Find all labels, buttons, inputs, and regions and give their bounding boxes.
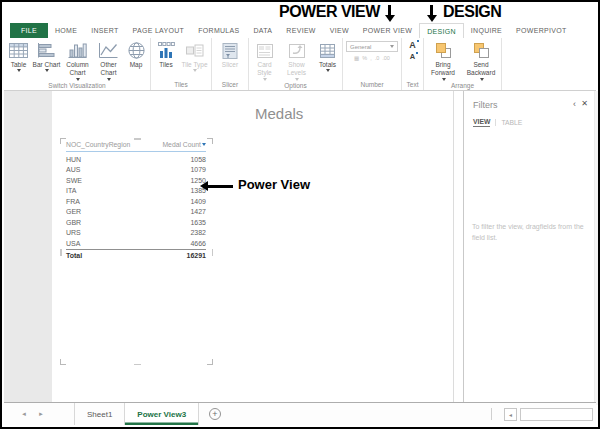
selection-handle[interactable]	[60, 359, 66, 365]
tile-type-icon	[186, 41, 204, 60]
sheet-tab-bar: ◄ ► Sheet1 Power View3 + ◄	[4, 402, 596, 425]
totals-button[interactable]: Totals	[314, 40, 342, 73]
filters-panel: Filters ‹ ✕ VIEW TABLE To filter the vie…	[463, 91, 598, 405]
show-levels-button: Show Levels	[280, 40, 314, 82]
country-cell: HUN	[66, 156, 81, 163]
country-cell: GER	[66, 208, 81, 215]
selection-handle[interactable]	[134, 138, 141, 140]
bar-chart-button[interactable]: Bar Chart	[32, 40, 61, 73]
button-label: Tile Type	[181, 61, 207, 69]
table-row: HUN1058	[66, 154, 206, 165]
button-label: Tiles	[159, 61, 172, 69]
filters-scrollbar[interactable]	[594, 91, 598, 405]
dropdown-caret-icon	[390, 45, 394, 48]
count-cell: 1427	[190, 208, 206, 215]
filters-tab-table[interactable]: TABLE	[501, 119, 522, 126]
line-chart-icon	[99, 41, 118, 60]
button-label: Card Style	[250, 61, 280, 78]
table-row: ITA1385	[66, 186, 206, 197]
other-chart-button[interactable]: Other Chart	[94, 40, 123, 82]
table-visualization[interactable]: NOC_CountryRegion Medal Count HUN1058 AU…	[60, 138, 213, 365]
slicer-button: Slicer	[216, 40, 244, 70]
selection-handle[interactable]	[60, 249, 62, 256]
table-row: GBR1635	[66, 217, 206, 228]
dropdown-caret-icon	[17, 69, 21, 72]
increase-font-icon[interactable]: A	[409, 41, 416, 50]
screenshot-frame: POWER VIEW DESIGN FILE HOME INSERT PAGE …	[0, 0, 600, 429]
tab-divider	[495, 119, 496, 126]
tab-formulas[interactable]: FORMULAS	[191, 23, 246, 38]
column-header-country[interactable]: NOC_CountryRegion	[66, 141, 130, 148]
report-title[interactable]: Medals	[255, 105, 303, 122]
country-cell: USA	[66, 240, 80, 247]
horizontal-scrollbar[interactable]	[520, 408, 593, 421]
selection-handle[interactable]	[207, 359, 213, 365]
sheet-nav-right-icon[interactable]: ►	[38, 411, 44, 417]
tab-review[interactable]: REVIEW	[279, 23, 322, 38]
filters-tab-view[interactable]: VIEW	[473, 118, 490, 127]
group-slicer: Slicer Slicer	[212, 38, 249, 90]
button-label: Map	[130, 61, 143, 69]
table-total-row: Total16291	[66, 249, 206, 261]
number-format-select[interactable]: General	[346, 41, 398, 52]
tab-insert[interactable]: INSERT	[84, 23, 125, 38]
tab-power-view[interactable]: POWER VIEW	[356, 23, 419, 38]
add-sheet-button[interactable]: +	[209, 408, 221, 420]
tab-view[interactable]: VIEW	[323, 23, 356, 38]
column-chart-icon	[68, 41, 87, 60]
close-icon[interactable]: ✕	[581, 100, 588, 108]
show-levels-icon	[289, 41, 305, 60]
group-arrange: Bring Forward Send Backward Arrange	[424, 38, 502, 90]
sheet-tab-sheet1[interactable]: Sheet1	[75, 403, 125, 425]
button-label: Send Backward	[462, 61, 501, 78]
selection-handle[interactable]	[212, 249, 214, 256]
sheet-tabs: Sheet1 Power View3	[74, 403, 199, 425]
tiles-button[interactable]: Tiles	[153, 40, 180, 70]
dropdown-caret-icon	[45, 69, 49, 72]
table-header-row: NOC_CountryRegion Medal Count	[66, 141, 206, 152]
button-label: Column Chart	[61, 61, 94, 78]
tab-design[interactable]: DESIGN	[419, 23, 464, 38]
tab-data[interactable]: DATA	[247, 23, 280, 38]
group-options: Card Style Show Levels Totals Options	[249, 38, 343, 90]
bring-forward-button[interactable]: Bring Forward	[425, 40, 462, 82]
dropdown-caret-icon	[480, 78, 484, 81]
sheet-nav-left-icon[interactable]: ◄	[21, 411, 27, 417]
group-label: Arrange	[424, 82, 501, 91]
country-cell: ITA	[66, 187, 76, 194]
total-value: 16291	[187, 252, 206, 259]
column-chart-button[interactable]: Column Chart	[61, 40, 94, 82]
decrease-font-icon[interactable]: A	[410, 53, 415, 61]
map-button[interactable]: Map	[123, 40, 149, 70]
tab-file[interactable]: FILE	[10, 23, 48, 38]
country-cell: AUS	[66, 166, 80, 173]
decrease-decimal-icon: .00	[382, 55, 390, 61]
country-cell: SWE	[66, 177, 82, 184]
scroll-left-button[interactable]: ◄	[504, 408, 517, 421]
send-backward-icon	[473, 43, 490, 58]
send-backward-button[interactable]: Send Backward	[462, 40, 501, 82]
table-row: FRA1409	[66, 196, 206, 207]
dropdown-caret-icon	[442, 78, 446, 81]
selection-handle[interactable]	[134, 364, 141, 366]
count-cell: 1409	[190, 198, 206, 205]
column-header-medal-count[interactable]: Medal Count	[162, 141, 206, 148]
group-label: Tiles	[151, 81, 211, 90]
sheet-tab-power-view3[interactable]: Power View3	[125, 403, 199, 425]
tab-inquire[interactable]: INQUIRE	[464, 23, 509, 38]
table-button[interactable]: Table	[5, 40, 32, 73]
count-cell: 1058	[190, 156, 206, 163]
tab-page-layout[interactable]: PAGE LAYOUT	[126, 23, 192, 38]
group-label: Number	[343, 81, 401, 90]
tab-home[interactable]: HOME	[48, 23, 84, 38]
ribbon: Table Bar Chart Column Chart	[4, 38, 596, 91]
power-view-pointer-callout: Power View	[238, 177, 310, 192]
button-label: Slicer	[222, 61, 238, 69]
tile-type-button: Tile Type	[180, 40, 210, 73]
button-label: Bring Forward	[425, 61, 462, 78]
collapse-panel-icon[interactable]: ‹	[573, 100, 576, 109]
tab-powerpivot[interactable]: POWERPIVOT	[509, 23, 573, 38]
selection-handle[interactable]	[207, 138, 213, 144]
count-cell: 4666	[190, 240, 206, 247]
dropdown-caret-icon	[193, 69, 197, 72]
